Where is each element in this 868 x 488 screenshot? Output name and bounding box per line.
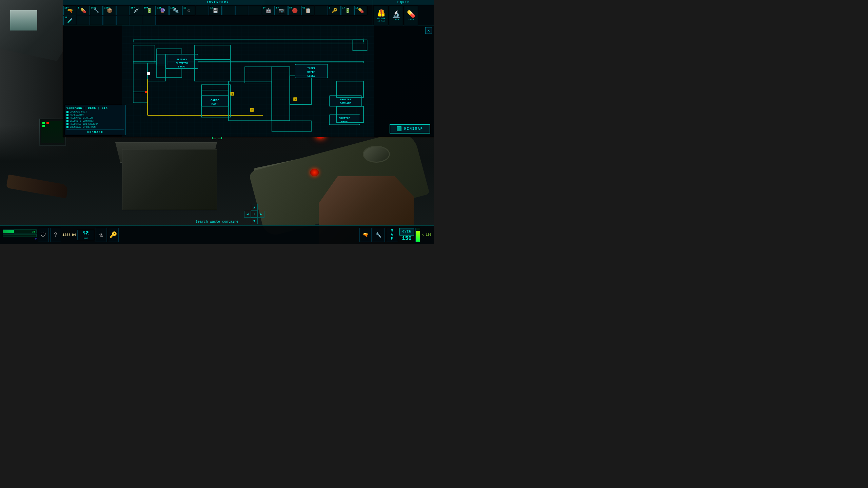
item-slot-empty[interactable] — [116, 6, 129, 15]
legend-subtitle: COMMAND — [66, 129, 124, 134]
item-slot-empty[interactable] — [103, 16, 116, 25]
equip-slot-item[interactable]: 💊 149♦ — [404, 6, 418, 25]
map-icon: 🗺 — [83, 230, 88, 237]
weapon-scope — [363, 146, 390, 163]
svg-text:2: 2 — [251, 109, 253, 112]
svg-text:UPPER: UPPER — [307, 70, 315, 74]
help-button[interactable]: ? — [50, 228, 61, 242]
psi-value: 0 — [3, 238, 37, 240]
nav-left-button[interactable]: ◀ — [244, 211, 251, 218]
inventory-header: INVENTORY — [63, 0, 373, 5]
item-slot-empty[interactable] — [315, 6, 328, 15]
item-slot-empty[interactable] — [196, 6, 209, 15]
item-slot[interactable]: 87🔴 — [288, 6, 301, 15]
health-value: 33 — [32, 230, 35, 233]
item-slot-empty[interactable] — [249, 6, 261, 15]
energy-bar — [415, 228, 420, 242]
svg-text:SHAFT: SHAFT — [178, 65, 186, 68]
stats-area: 33 0 🛡 ? 1358 94 🗺 MAP ⚗ 🔑 — [0, 225, 357, 244]
item-slot-empty[interactable] — [90, 16, 103, 25]
nav-up-button[interactable]: ▲ — [251, 204, 258, 211]
equip-header: EQUIP — [373, 0, 434, 5]
item-slot-empty[interactable] — [222, 6, 235, 15]
map-toggle-button[interactable]: 🗺 MAP — [77, 230, 94, 240]
equip-items: 🦺 50 DEF 10 RAD 🔬 149♦ 💊 149♦ — [373, 5, 434, 26]
item-slot[interactable]: 150🔩 — [169, 6, 182, 15]
weapon-red-dot2 — [310, 169, 319, 176]
nav-down-button[interactable]: ▼ — [251, 218, 258, 224]
item-slot[interactable]: 60📋 — [301, 6, 314, 15]
svg-text:SHUTTLE: SHUTTLE — [339, 117, 350, 120]
item-slot[interactable]: 15♦🔫 — [63, 6, 76, 15]
inventory-section: INVENTORY 15♦🔫 2💊 150♦🔧 150♦📦 15♦💉 10♦🔋 … — [63, 0, 373, 25]
nanites-display: 94 — [72, 233, 76, 237]
item-slot-empty[interactable] — [77, 16, 90, 25]
item-slot[interactable]: 10♦🔋 — [143, 6, 156, 15]
item-slot[interactable]: 150♦📦 — [103, 6, 116, 15]
armor-icon: 🛡 — [38, 228, 49, 242]
weapon-icons-row: 🔫 🔧 MAP — [359, 228, 398, 242]
svg-text:INSET: INSET — [307, 67, 315, 70]
map-panel: TRAM ✕ — [63, 25, 434, 137]
legend-item: UPGRADE UNIT — [66, 110, 124, 113]
health-fill — [3, 230, 14, 233]
minimap-label: MINIMAP — [404, 127, 423, 131]
svg-text:LEVEL: LEVEL — [307, 74, 315, 77]
map-legend: VonBraun | DECK | SIX UPGRADE UNIT REPLI… — [65, 105, 126, 135]
legend-item: REPLICATOR — [66, 114, 124, 116]
item-slot[interactable]: 12⚙️ — [182, 6, 195, 15]
health-bar-container: 33 0 — [3, 229, 37, 240]
svg-text:CARGO: CARGO — [211, 99, 219, 102]
item-slot-2[interactable]: 🔑 — [108, 228, 119, 242]
legend-item: CHEMICAL STOREROOM — [66, 126, 124, 128]
item-slot[interactable]: 5♦📷 — [275, 6, 288, 15]
over-button[interactable]: OVER — [399, 228, 414, 236]
bottom-ui-bar: 33 0 🛡 ? 1358 94 🗺 MAP ⚗ 🔑 🔫 — [0, 225, 434, 244]
item-slot-empty[interactable] — [235, 6, 248, 15]
item-slot[interactable]: 2💊 — [77, 6, 90, 15]
item-slot[interactable]: 3♦🤖 — [262, 6, 275, 15]
item-slot[interactable]: 30🧪 — [63, 16, 76, 25]
equip-slot-implant[interactable]: 🔬 149♦ — [389, 6, 403, 25]
ammo-value: 150 — [402, 236, 412, 242]
map-button-label: MAP — [84, 237, 88, 240]
weapon-icon-2[interactable]: 🔧 — [373, 228, 385, 242]
svg-text:1: 1 — [232, 93, 233, 96]
svg-text:COMMAND: COMMAND — [340, 102, 351, 105]
ammo-display: OVER 150 — [399, 228, 414, 242]
right-stats-area: 🔫 🔧 MAP OVER 150 ⚡ 150 — [357, 225, 434, 244]
item-slot-1[interactable]: ⚗ — [96, 228, 106, 242]
top-ui-bar: INVENTORY 15♦🔫 2💊 150♦🔧 150♦📦 15♦💉 10♦🔋 … — [63, 0, 434, 25]
item-slot-empty[interactable] — [116, 16, 129, 25]
credits-value: 1358 — [62, 233, 71, 237]
weapon-icon-3[interactable]: MAP — [386, 228, 398, 242]
weapon-icon-1[interactable]: 🔫 — [359, 228, 372, 242]
map-canvas: TRAM ✕ — [63, 25, 434, 137]
led-red — [46, 122, 49, 124]
equip-slot-armor[interactable]: 🦺 50 DEF 10 RAD — [374, 6, 388, 25]
item-slot[interactable]: 15💊 — [354, 6, 367, 15]
svg-text:BAYS: BAYS — [212, 103, 218, 106]
item-slot[interactable]: 17🔋 — [341, 6, 354, 15]
minimap-button[interactable]: MINIMAP — [390, 124, 430, 134]
item-slot[interactable]: 150♦🔧 — [90, 6, 103, 15]
item-slot[interactable]: 12♦🔮 — [156, 6, 169, 15]
item-slot-empty[interactable] — [143, 16, 156, 25]
lightning-icon: ⚡ — [421, 232, 424, 238]
item-slot-empty[interactable] — [130, 16, 142, 25]
svg-text:ELEVATOR: ELEVATOR — [176, 62, 188, 65]
legend-ship-deck: VonBraun | DECK | SIX — [66, 106, 124, 109]
led-green — [42, 122, 45, 124]
nav-right-button[interactable]: ▶ — [258, 211, 264, 218]
crate-main — [122, 149, 217, 210]
inventory-grid: 15♦🔫 2💊 150♦🔧 150♦📦 15♦💉 10♦🔋 12♦🔮 150🔩 … — [63, 5, 373, 26]
legend-item: RESURRECTION STATION — [66, 123, 124, 125]
item-slot[interactable]: 1🔑 — [328, 6, 341, 15]
svg-rect-9 — [147, 72, 150, 75]
equip-section: EQUIP 🦺 50 DEF 10 RAD 🔬 149♦ 💊 149♦ — [373, 0, 434, 25]
health-bar: 33 — [3, 229, 37, 233]
legend-item: SECURITY COMPUTER — [66, 120, 124, 122]
item-slot[interactable]: 72💾 — [209, 6, 222, 15]
item-slot[interactable]: 15♦💉 — [130, 6, 142, 15]
nav-center-button[interactable]: + — [251, 211, 258, 218]
